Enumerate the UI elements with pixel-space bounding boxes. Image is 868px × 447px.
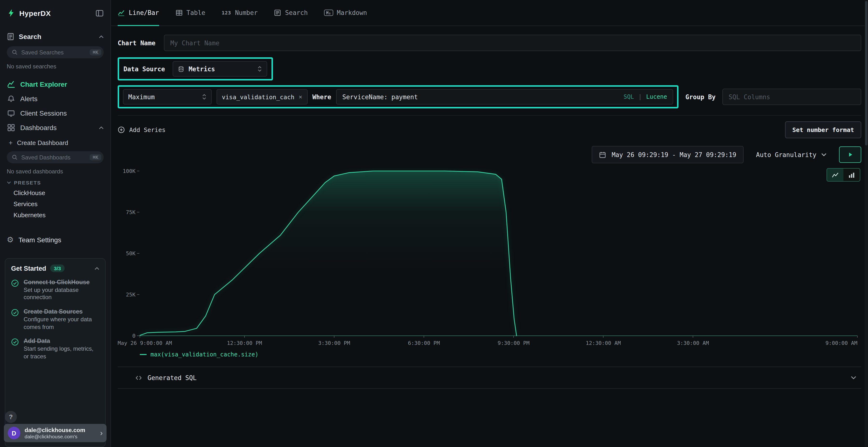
chart-type-toggle[interactable] [827, 168, 860, 182]
svg-text:12:30:00 PM: 12:30:00 PM [227, 340, 262, 346]
search-section-title: Search [19, 33, 41, 40]
chart: 025K50K75K100KMay 26 9:00:00 AM12:30:00 … [118, 168, 861, 350]
main-content: Line/Bar Table 123 Number Search M↓ Mark… [111, 0, 868, 447]
highlight-box-data-source: Data Source Metrics [118, 57, 273, 80]
date-range-picker[interactable]: May 26 09:29:19 - May 27 09:29:19 [592, 146, 744, 163]
sidebar-item-dashboards[interactable]: Dashboards [0, 121, 111, 135]
lucene-toggle[interactable]: Lucene [646, 94, 667, 100]
sidebar-item-chart-explorer[interactable]: Chart Explorer [0, 77, 111, 92]
database-icon [178, 66, 184, 72]
get-started-item-title: Add Data [24, 337, 96, 345]
get-started-title: Get Started [11, 265, 46, 272]
remove-metric-icon[interactable]: ✕ [299, 94, 302, 100]
metric-chip[interactable]: visa_validation_cach ✕ [217, 89, 308, 105]
scrollbar[interactable] [865, 0, 868, 447]
kbd-shortcut: ⌘K [90, 49, 101, 56]
chart-name-input[interactable] [164, 35, 861, 51]
saved-searches-input[interactable]: Saved Searches ⌘K [7, 46, 104, 58]
calendar-icon [599, 151, 607, 158]
line-chart-icon[interactable] [827, 169, 843, 181]
search-icon [11, 49, 18, 56]
hyperdx-logo-icon [7, 9, 16, 18]
sidebar-item-team-settings[interactable]: ⚙ Team Settings [0, 232, 111, 248]
set-number-format-button[interactable]: Set number format [785, 122, 861, 138]
generated-sql-label: Generated SQL [148, 374, 197, 381]
chart-legend: max(visa_validation_cache.size) [140, 351, 861, 358]
data-source-value: Metrics [189, 65, 215, 72]
get-started-item[interactable]: Add Data Start sending logs, metrics, or… [11, 337, 99, 360]
data-source-select[interactable]: Metrics [173, 61, 267, 77]
svg-text:0: 0 [132, 333, 135, 339]
where-label: Where [312, 93, 331, 100]
svg-text:6:30:00 PM: 6:30:00 PM [408, 340, 440, 346]
tab-table[interactable]: Table [175, 0, 205, 26]
svg-text:100K: 100K [123, 168, 136, 174]
saved-dashboards-input[interactable]: Saved Dashboards ⌘K [7, 151, 104, 163]
svg-text:75K: 75K [126, 209, 135, 215]
no-saved-searches-text: No saved searches [7, 63, 104, 70]
sidebar-item-client-sessions[interactable]: Client Sessions [0, 106, 111, 121]
preset-clickhouse[interactable]: ClickHouse [0, 187, 111, 199]
granularity-select[interactable]: Auto Granularity [750, 146, 832, 163]
svg-text:25K: 25K [126, 291, 135, 298]
aggregation-select[interactable]: Maximum [123, 89, 212, 105]
tab-line-bar[interactable]: Line/Bar [118, 0, 159, 26]
sidebar-item-alerts[interactable]: Alerts [0, 92, 111, 106]
bar-chart-icon[interactable] [843, 169, 860, 181]
chevron-up-icon[interactable] [94, 267, 99, 270]
line-chart-icon [118, 9, 125, 16]
line-chart-plot[interactable]: 025K50K75K100KMay 26 9:00:00 AM12:30:00 … [118, 168, 861, 350]
search-section-header[interactable]: Search [0, 28, 111, 44]
tab-markdown[interactable]: M↓ Markdown [324, 0, 367, 26]
generated-sql-toggle[interactable]: Generated SQL [118, 367, 861, 389]
run-query-button[interactable] [839, 146, 861, 163]
create-dashboard-label: Create Dashboard [17, 139, 68, 146]
group-by-label: Group By [685, 93, 716, 100]
user-menu[interactable]: D dale@clickhouse.com dale@clickhouse.co… [4, 424, 106, 442]
preset-services[interactable]: Services [0, 199, 111, 209]
chevron-up-icon[interactable] [99, 35, 104, 38]
svg-text:9:00:00 AM: 9:00:00 AM [826, 340, 858, 346]
svg-text:May 26 9:00:00 AM: May 26 9:00:00 AM [118, 340, 172, 346]
sidebar-collapse-icon[interactable] [95, 9, 104, 17]
tab-label: Line/Bar [129, 9, 159, 16]
presets-header[interactable]: PRESETS [0, 175, 111, 187]
get-started-header[interactable]: Get Started 3/3 [11, 265, 99, 272]
where-input[interactable]: ServiceName: payment SQL | Lucene [336, 89, 674, 105]
data-source-label: Data Source [123, 65, 165, 72]
get-started-item[interactable]: Connect to ClickHouse Set up your databa… [11, 278, 99, 302]
where-value: ServiceName: payment [342, 93, 418, 100]
group-by-input[interactable] [722, 89, 861, 105]
list-icon [274, 9, 281, 16]
check-circle-icon [11, 309, 19, 331]
sql-toggle[interactable]: SQL [623, 94, 634, 100]
date-range-value: May 26 09:29:19 - May 27 09:29:19 [612, 151, 736, 158]
legend-label: max(visa_validation_cache.size) [151, 351, 258, 358]
help-button[interactable]: ? [5, 411, 17, 423]
chevron-down-icon[interactable] [850, 376, 857, 380]
chevron-up-icon[interactable] [99, 126, 104, 129]
check-circle-icon [11, 338, 19, 360]
play-icon [847, 151, 854, 158]
chevron-down-icon [821, 153, 827, 157]
get-started-card: Get Started 3/3 Connect to ClickHouse Se… [5, 258, 105, 447]
search-section-icon [7, 33, 14, 40]
language-separator: | [639, 94, 642, 100]
scrollbar-thumb[interactable] [865, 1, 868, 145]
create-dashboard-button[interactable]: + Create Dashboard [0, 135, 111, 149]
query-language-toggle: SQL | Lucene [623, 94, 667, 100]
add-series-button[interactable]: Add Series [118, 126, 166, 133]
get-started-item[interactable]: Create Data Sources Configure where your… [11, 308, 99, 331]
tab-search[interactable]: Search [274, 0, 308, 26]
chart-explorer-icon [7, 80, 16, 88]
chart-controls-row: May 26 09:29:19 - May 27 09:29:19 Auto G… [118, 146, 861, 163]
tab-number[interactable]: 123 Number [222, 0, 258, 26]
tab-label: Markdown [337, 9, 367, 16]
chevron-down-icon [7, 181, 11, 184]
series-actions-row: Add Series Set number format [118, 115, 861, 138]
series-row: Maximum visa_validation_cach ✕ Where Ser… [118, 85, 861, 108]
team-settings-label: Team Settings [19, 236, 61, 244]
saved-searches-placeholder: Saved Searches [21, 49, 86, 56]
preset-kubernetes[interactable]: Kubernetes [0, 209, 111, 220]
dashboards-grid-icon [7, 124, 16, 132]
